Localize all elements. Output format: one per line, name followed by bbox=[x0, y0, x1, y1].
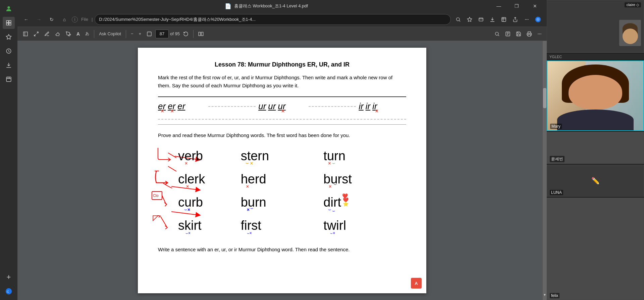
word-skirt: skirt ⌣× bbox=[178, 218, 202, 233]
luna-name: LUNA bbox=[551, 190, 562, 195]
svg-rect-4 bbox=[9, 23, 11, 25]
two-page-btn[interactable] bbox=[196, 29, 206, 39]
print-btn[interactable] bbox=[525, 29, 534, 39]
sidebar-toggle[interactable] bbox=[21, 29, 30, 39]
word-turn: turn × ⌣ bbox=[323, 149, 345, 163]
er-1: er × bbox=[158, 101, 166, 112]
info-button[interactable]: i bbox=[72, 16, 78, 23]
erase-btn[interactable] bbox=[53, 29, 62, 39]
fit-page-btn[interactable] bbox=[32, 29, 41, 39]
title-bar-center: 📄 홈클래스 Workbook_조1-4 Level 4.pdf bbox=[225, 3, 308, 9]
toolbar-icons: ··· bbox=[453, 14, 543, 25]
rotate-btn[interactable] bbox=[181, 29, 191, 39]
tab-icon[interactable] bbox=[476, 14, 486, 25]
share-icon[interactable] bbox=[510, 14, 521, 25]
adobe-icon[interactable]: A bbox=[411, 278, 422, 289]
svg-point-17 bbox=[495, 32, 498, 35]
close-button[interactable]: ✕ bbox=[527, 0, 543, 12]
word-cell-burn: burn × ⌣ bbox=[241, 192, 324, 212]
word-cell-first: first ⌣× bbox=[241, 216, 324, 235]
ask-copilot-btn[interactable]: Ask Copilot bbox=[97, 29, 123, 39]
reader-view-btn[interactable] bbox=[503, 29, 513, 39]
page-number-input[interactable] bbox=[155, 30, 169, 38]
zoom-fit-btn[interactable] bbox=[145, 29, 154, 39]
copilot-icon[interactable]: C bbox=[3, 285, 15, 297]
toolbar-separator-1 bbox=[94, 30, 94, 38]
highlight-btn[interactable] bbox=[64, 29, 73, 39]
curb-mark: ⌣ bbox=[184, 207, 187, 212]
mary-label: Mary bbox=[550, 124, 562, 129]
profile-icon[interactable] bbox=[3, 3, 15, 15]
annotation-btn[interactable] bbox=[42, 29, 52, 39]
ur-1: ur bbox=[258, 101, 266, 112]
text-tool-btn[interactable]: A bbox=[74, 29, 82, 39]
add-tab-button[interactable]: + bbox=[3, 271, 15, 283]
more-icon[interactable]: ··· bbox=[521, 14, 532, 25]
zoom-plus-btn[interactable]: + bbox=[137, 29, 143, 39]
word-verb: verb × bbox=[178, 149, 203, 163]
word-burst: burst × ⌣ bbox=[323, 172, 352, 186]
word-curb: curb ⌣ × bbox=[178, 195, 203, 210]
ir-3: ir × bbox=[372, 101, 377, 112]
favorites-icon[interactable] bbox=[3, 31, 15, 43]
back-button[interactable]: ← bbox=[21, 14, 32, 25]
download-icon[interactable] bbox=[487, 14, 498, 25]
pdf-toolbar: A あ Ask Copilot − + of 95 bbox=[17, 27, 547, 41]
zoom-minus-btn[interactable]: − bbox=[129, 29, 136, 39]
yglec-label: YGLEC bbox=[547, 54, 644, 60]
downloads-icon[interactable] bbox=[3, 59, 15, 71]
title-bar: 📄 홈클래스 Workbook_조1-4 Level 4.pdf — ❐ ✕ bbox=[17, 0, 547, 12]
extensions-icon[interactable] bbox=[3, 73, 15, 85]
svg-rect-3 bbox=[6, 23, 8, 25]
history-icon[interactable] bbox=[3, 45, 15, 57]
maximize-button[interactable]: ❐ bbox=[509, 0, 525, 12]
pdf-content: Lesson 78: Murmur Diphthongs ER, UR, and… bbox=[17, 41, 547, 300]
home-button[interactable]: ⌂ bbox=[59, 14, 70, 25]
video-panel-luna: ✏️ LUNA bbox=[547, 165, 644, 197]
search-icon[interactable] bbox=[453, 14, 464, 25]
forward-button[interactable]: → bbox=[34, 14, 44, 25]
ir-2: ir bbox=[366, 101, 370, 112]
burn-cross: × bbox=[247, 207, 250, 212]
minimize-button[interactable]: — bbox=[491, 0, 506, 12]
save-btn[interactable] bbox=[514, 29, 523, 39]
word-cell-verb: verb × bbox=[158, 146, 241, 166]
address-input[interactable] bbox=[95, 14, 451, 25]
felix-name: felix bbox=[551, 293, 558, 298]
window-title: 홈클래스 Workbook_조1-4 Level 4.pdf bbox=[234, 3, 308, 9]
refresh-button[interactable]: ↻ bbox=[46, 14, 57, 25]
pdf-icon: 📄 bbox=[225, 3, 231, 9]
burst-curve: ⌣ bbox=[333, 181, 337, 187]
first-mark: ⌣× bbox=[247, 231, 252, 235]
svg-rect-15 bbox=[199, 32, 200, 36]
url-pipe: | bbox=[92, 17, 93, 22]
writing-lines: er × er × er ur ur ur bbox=[158, 96, 406, 125]
translate-btn[interactable]: あ bbox=[83, 29, 91, 39]
browser-extensions-icon[interactable] bbox=[498, 14, 509, 25]
svg-text:Clo: Clo bbox=[153, 194, 159, 198]
address-bar: ← → ↻ ⌂ i File | ··· bbox=[17, 12, 547, 27]
scroll-thumb[interactable] bbox=[543, 88, 546, 108]
word-section: verb × stern ⌣ × turn × bbox=[158, 146, 406, 235]
tabs-icon[interactable] bbox=[3, 17, 15, 29]
edge-copilot-icon[interactable] bbox=[533, 14, 543, 25]
word-cell-burst: burst × ⌣ bbox=[323, 169, 406, 189]
er-2: er × bbox=[168, 101, 175, 112]
stern-mark: ⌣ bbox=[246, 160, 249, 166]
curb-cross: × bbox=[187, 207, 190, 212]
svg-rect-2 bbox=[9, 20, 11, 23]
word-burn: burn × ⌣ bbox=[241, 195, 266, 210]
scrollbar[interactable]: ▼ bbox=[543, 41, 547, 300]
lesson-intro: Mark the rest of the first row of er, ur… bbox=[158, 74, 406, 90]
scroll-down-arrow[interactable]: ▼ bbox=[543, 293, 547, 297]
more-tools-btn[interactable]: ··· bbox=[535, 29, 543, 39]
prove-text: Prove and read these Murmur Diphthong wo… bbox=[158, 131, 406, 139]
claire-thumbnail bbox=[619, 20, 641, 46]
verb-arrow bbox=[156, 146, 175, 163]
search-pdf-btn[interactable] bbox=[492, 29, 502, 39]
clerk-arrow bbox=[153, 169, 171, 186]
svg-rect-19 bbox=[528, 34, 531, 36]
svg-rect-6 bbox=[6, 77, 11, 82]
favorites-star-icon[interactable] bbox=[464, 14, 475, 25]
sentence-prompt: Write a sentence with an er, ur, or ir M… bbox=[158, 246, 406, 254]
